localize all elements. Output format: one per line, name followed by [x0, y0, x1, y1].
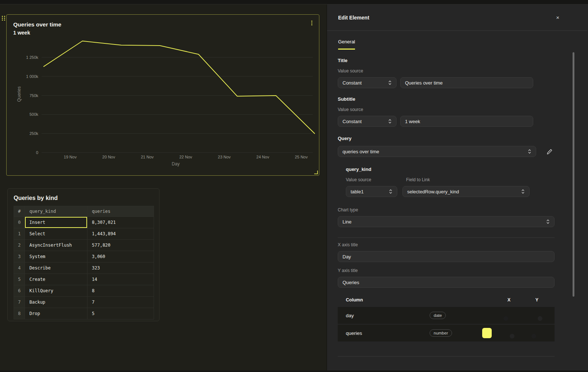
col-header-index: #	[14, 206, 25, 217]
table-row[interactable]: 6KillQuery8	[14, 285, 154, 297]
table-cell[interactable]: 8	[87, 285, 154, 297]
tab-general[interactable]: General	[338, 39, 355, 50]
table-card: Queries by kind # query_kind queries 0In…	[7, 188, 159, 321]
column-row-queries: queries number	[338, 325, 555, 341]
y-axis-title-input[interactable]: Queries	[338, 277, 555, 288]
table-cell[interactable]: AsyncInsertFlush	[25, 240, 87, 251]
table-row[interactable]: 7Backup7	[14, 297, 154, 308]
x-tick-label: 20 Nov	[102, 155, 115, 159]
row-index-cell[interactable]: 2	[14, 240, 25, 251]
table-cell[interactable]: Create	[25, 274, 87, 285]
row-index-cell[interactable]: 4	[14, 262, 25, 274]
param-value-source-label: Value source	[346, 177, 406, 182]
divider	[338, 356, 555, 357]
dashboard-canvas: 0250k500k750k1 000k1 250k19 Nov20 Nov21 …	[0, 4, 327, 371]
y-header-label: Y	[523, 297, 551, 303]
table-cell[interactable]: 577,820	[87, 240, 154, 251]
table-cell[interactable]: KillQuery	[25, 285, 87, 297]
type-badge: date	[430, 312, 446, 319]
row-index-cell[interactable]: 3	[14, 251, 25, 262]
resize-handle-icon[interactable]	[314, 171, 318, 174]
subtitle-section-label: Subtitle	[338, 96, 555, 102]
x-header-label: X	[495, 297, 523, 303]
subtitle-source-select[interactable]: Constant	[338, 116, 397, 127]
query-section-label: Query	[338, 136, 555, 141]
table-cell[interactable]: 8,307,021	[87, 217, 154, 228]
column-name: queries	[346, 330, 430, 336]
table-row[interactable]: 0Insert8,307,021	[14, 217, 154, 228]
table-cell[interactable]: 14	[87, 274, 154, 285]
table-cell[interactable]: 323	[87, 262, 154, 274]
table-row[interactable]: 2AsyncInsertFlush577,820	[14, 240, 154, 251]
series-color-swatch[interactable]	[482, 328, 492, 338]
table-cell[interactable]: 7	[87, 297, 154, 308]
divider	[338, 237, 555, 238]
col-header-queries: queries	[87, 206, 154, 217]
x-axis-title: Day	[172, 161, 179, 167]
param-name-label: query_kind	[346, 167, 555, 172]
table-row[interactable]: 5Create14	[14, 274, 154, 285]
close-icon[interactable]: ×	[555, 13, 561, 22]
row-index-cell[interactable]: 8	[14, 308, 25, 319]
y-axis-title: Queries	[17, 86, 22, 102]
kebab-menu-icon[interactable]	[310, 19, 313, 26]
table-cell[interactable]: Backup	[25, 297, 87, 308]
table-row[interactable]: 4Describe323	[14, 262, 154, 274]
scrollbar[interactable]	[573, 52, 574, 297]
line-chart: 0250k500k750k1 000k1 250k19 Nov20 Nov21 …	[7, 15, 319, 175]
param-field-select[interactable]: selectedRow.query_kind	[402, 186, 530, 197]
param-source-select[interactable]: table1	[346, 186, 397, 197]
x-axis-title-input[interactable]: Day	[338, 251, 555, 262]
series-line	[44, 41, 315, 134]
edit-query-button[interactable]	[546, 149, 553, 155]
title-source-select[interactable]: Constant	[338, 77, 397, 88]
table-card-title: Queries by kind	[8, 189, 159, 206]
row-index-cell[interactable]: 0	[14, 217, 25, 228]
top-bar	[0, 0, 588, 4]
table-cell[interactable]: Insert	[25, 217, 87, 228]
query-select[interactable]: queries over time	[338, 146, 536, 157]
subtitle-value-input[interactable]: 1 week	[400, 116, 533, 127]
queries-by-kind-table: # query_kind queries 0Insert8,307,0211Se…	[14, 206, 154, 319]
chart-card[interactable]: 0250k500k750k1 000k1 250k19 Nov20 Nov21 …	[6, 14, 319, 176]
title-value-source-label: Value source	[338, 68, 555, 74]
row-index-cell[interactable]: 5	[14, 274, 25, 285]
panel-title: Edit Element	[338, 15, 369, 21]
chart-type-select[interactable]: Line	[338, 216, 555, 227]
drag-handle-icon[interactable]	[2, 16, 5, 21]
x-tick-label: 23 Nov	[218, 155, 231, 159]
chevron-updown-icon	[521, 189, 525, 194]
table-cell[interactable]: Drop	[25, 308, 87, 319]
columns-table: Column X Y day date queries nu	[338, 297, 555, 341]
table-cell[interactable]: System	[25, 251, 87, 262]
table-cell[interactable]: Select	[25, 228, 87, 240]
table-row[interactable]: 8Drop5	[14, 308, 154, 319]
x-axis-title-label: X axis title	[338, 242, 555, 247]
columns-table-header: Column X Y	[338, 297, 555, 306]
param-field-label: Field to Link	[406, 177, 430, 182]
y-tick-label: 750k	[29, 93, 38, 98]
row-index-cell[interactable]: 1	[14, 228, 25, 240]
row-index-cell[interactable]: 6	[14, 285, 25, 297]
pencil-icon	[546, 149, 553, 155]
table-cell[interactable]: 5	[87, 308, 154, 319]
type-badge: number	[430, 329, 452, 337]
table-row[interactable]: 3System3,060	[14, 251, 154, 262]
col-header-query-kind: query_kind	[25, 206, 87, 217]
chevron-updown-icon	[388, 119, 392, 124]
column-header-label: Column	[346, 297, 438, 303]
x-tick-label: 24 Nov	[257, 155, 269, 159]
title-section-label: Title	[338, 58, 555, 63]
chevron-updown-icon	[546, 219, 550, 224]
x-tick-label: 21 Nov	[141, 155, 154, 159]
panel-header: Edit Element ×	[327, 4, 587, 31]
title-value-input[interactable]: Queries over time	[400, 77, 533, 88]
panel-tabs: General	[327, 31, 587, 50]
row-index-cell[interactable]: 7	[14, 297, 25, 308]
y-tick-label: 1 000k	[26, 74, 39, 79]
table-cell[interactable]: 3,060	[87, 251, 154, 262]
table-cell[interactable]: Describe	[25, 262, 87, 274]
table-row[interactable]: 1Select1,443,894	[14, 228, 154, 240]
table-cell[interactable]: 1,443,894	[87, 228, 154, 240]
y-tick-label: 0	[36, 150, 38, 155]
